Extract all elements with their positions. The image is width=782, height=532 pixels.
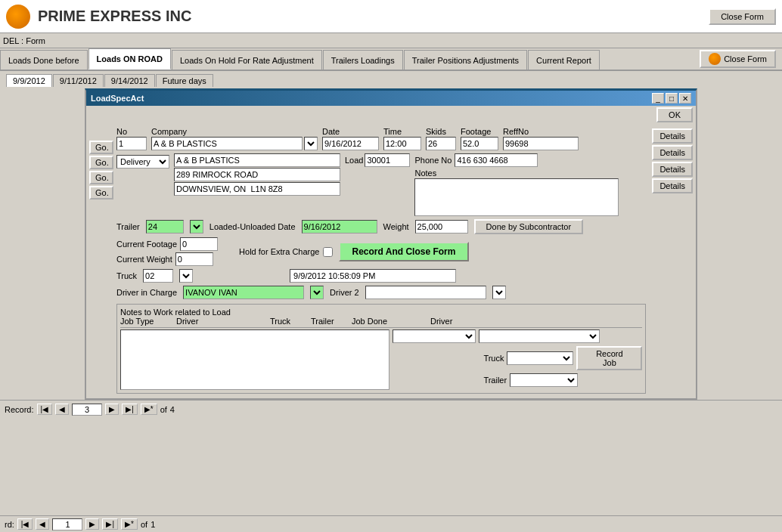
modal-body: Go. Go. Go. Go. No Co: [86, 124, 696, 398]
job-truck-select[interactable]: [507, 351, 573, 365]
truck-select[interactable]: [179, 269, 193, 283]
tab-loads-done-before[interactable]: Loads Done before: [0, 50, 88, 70]
truck-input[interactable]: [143, 269, 173, 283]
no-label: No: [116, 127, 147, 136]
record-current-input[interactable]: [72, 404, 102, 416]
col-trailer: Trailer: [311, 317, 349, 326]
reffno-label: ReffNo: [503, 127, 579, 136]
record-label: Record:: [5, 405, 34, 414]
loaded-unloaded-input[interactable]: [302, 220, 377, 234]
address1-input[interactable]: [174, 153, 340, 167]
date-tab-1[interactable]: 9/11/2012: [53, 74, 104, 87]
phone-input[interactable]: [455, 153, 538, 167]
job-notes-textarea[interactable]: [120, 329, 389, 390]
load-spec-modal: LoadSpecAct _ □ ✕ OK Go. Go. Go. Go.: [85, 88, 697, 400]
date-input[interactable]: [322, 137, 379, 150]
job-driver-select[interactable]: [479, 329, 600, 343]
col-driver: Driver: [176, 317, 267, 326]
footage-input[interactable]: [461, 137, 498, 150]
coin-icon: [709, 53, 721, 65]
tab-trailer-positions[interactable]: Trailer Positions Adjustments: [404, 50, 527, 70]
job-trailer-select[interactable]: [510, 373, 578, 387]
current-weight-input[interactable]: [175, 252, 213, 266]
tab-close-area: Close Form: [694, 48, 782, 70]
loaded-unloaded-label: Loaded-Unloaded Date: [209, 222, 296, 231]
driver-input[interactable]: [183, 286, 304, 299]
modal-minimize-button[interactable]: _: [652, 93, 664, 104]
go-button-2[interactable]: Go.: [89, 171, 113, 184]
tab-loads-on-hold[interactable]: Loads On Hold For Rate Adjustment: [172, 50, 322, 70]
footage-label: Footage: [461, 127, 498, 136]
driver2-select[interactable]: [492, 286, 506, 299]
company-input[interactable]: [151, 137, 303, 150]
ok-button[interactable]: OK: [656, 107, 693, 122]
tab-close-button[interactable]: Close Form: [700, 50, 776, 68]
date-tab-0[interactable]: 9/9/2012: [6, 74, 52, 87]
job-notes-title: Notes to Work related to Load: [120, 308, 231, 317]
nav-first-button[interactable]: |◀: [37, 404, 53, 415]
address3-input[interactable]: [174, 182, 340, 196]
job-done-select[interactable]: [393, 329, 476, 343]
company-select[interactable]: [304, 137, 318, 150]
reffno-input[interactable]: [503, 137, 579, 150]
tab-loads-on-road[interactable]: Loads ON ROAD: [88, 48, 171, 70]
weight-input[interactable]: [415, 220, 468, 234]
title-close-button[interactable]: Close Form: [709, 8, 776, 25]
nav-prev-button[interactable]: ◀: [55, 404, 69, 415]
load-input[interactable]: [365, 153, 410, 167]
timestamp-input[interactable]: [290, 269, 456, 283]
job-done-row: [393, 329, 642, 343]
no-input[interactable]: [116, 137, 147, 150]
driver2-label: Driver 2: [330, 288, 359, 297]
job-truck-row: Truck Record Job: [393, 346, 642, 370]
modal-title-bar: LoadSpecAct _ □ ✕: [86, 91, 696, 106]
trailer-input[interactable]: [146, 220, 184, 234]
details-button-0[interactable]: Details: [652, 128, 693, 144]
go-button-0[interactable]: Go.: [89, 141, 113, 154]
modal-title: LoadSpecAct: [91, 94, 144, 103]
record-nav: Record: |◀ ◀ ▶ ▶| ▶* of 4: [0, 400, 782, 418]
driver-select[interactable]: [310, 286, 324, 299]
company-label: Company: [151, 127, 318, 136]
tab-current-report[interactable]: Current Report: [528, 50, 600, 70]
record-total: 4: [170, 405, 175, 414]
hold-checkbox[interactable]: [323, 247, 333, 257]
time-input[interactable]: [383, 137, 421, 150]
app-logo: [6, 5, 30, 29]
date-tabs: 9/9/2012 9/11/2012 9/14/2012 Future days: [0, 71, 782, 87]
driver2-input[interactable]: [365, 286, 486, 299]
notes-textarea[interactable]: [414, 178, 619, 216]
tab-bar: Loads Done before Loads ON ROAD Loads On…: [0, 48, 782, 71]
go-button-3[interactable]: Go.: [89, 186, 113, 200]
record-job-button[interactable]: Record Job: [576, 346, 642, 370]
job-table-body: Truck Record Job Trailer: [120, 329, 642, 390]
notes-label: Notes: [414, 169, 619, 178]
col-job-type: Job Type: [120, 317, 173, 326]
delivery-select[interactable]: Delivery: [116, 155, 169, 169]
date-tab-2[interactable]: 9/14/2012: [104, 74, 155, 87]
trailer-select[interactable]: [190, 220, 203, 234]
go-button-1[interactable]: Go.: [89, 156, 113, 169]
details-button-2[interactable]: Details: [652, 162, 693, 177]
done-by-subcontractor-button[interactable]: Done by Subcontractor: [474, 219, 584, 234]
record-of-label: of: [160, 405, 167, 414]
skids-input[interactable]: [426, 137, 456, 150]
current-footage-input[interactable]: [180, 237, 218, 251]
nav-new-button[interactable]: ▶*: [141, 404, 157, 415]
record-close-button[interactable]: Record And Close Form: [339, 242, 470, 261]
go-row-1: Go.: [89, 156, 113, 169]
date-tab-future[interactable]: Future days: [156, 74, 213, 87]
details-button-3[interactable]: Details: [652, 178, 693, 193]
col-truck: Truck: [270, 317, 308, 326]
modal-close-button[interactable]: ✕: [679, 93, 691, 104]
menu-bar: DEL : Form: [0, 33, 782, 48]
job-trailer-label: Trailer: [483, 376, 507, 385]
modal-maximize-button[interactable]: □: [666, 93, 678, 104]
details-button-1[interactable]: Details: [652, 145, 693, 160]
address-block: [174, 153, 340, 196]
nav-last-button[interactable]: ▶|: [122, 404, 138, 415]
nav-next-button[interactable]: ▶: [105, 404, 119, 415]
tab-trailers-loadings[interactable]: Trailers Loadings: [323, 50, 403, 70]
address2-input[interactable]: [174, 168, 340, 181]
modal-title-buttons: _ □ ✕: [652, 93, 691, 104]
